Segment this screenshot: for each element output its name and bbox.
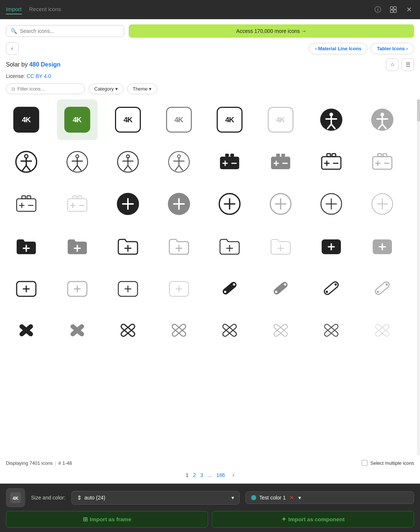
icon-add-circle-outline4[interactable] <box>362 184 403 224</box>
icon-bandaid-cross-outline3[interactable] <box>209 310 250 351</box>
search-input[interactable] <box>20 28 119 34</box>
access-more-button[interactable]: Access 170,000 more icons → <box>129 24 414 38</box>
size-icon: ⇕ <box>77 494 82 501</box>
color-select[interactable]: Test color 1 ✕ ▾ <box>245 491 414 504</box>
icon-sq-add-outline1[interactable] <box>6 268 47 308</box>
svg-point-127 <box>226 284 227 286</box>
svg-rect-151 <box>273 323 288 337</box>
theme-dropdown[interactable]: Theme ▾ <box>127 83 157 94</box>
icon-bandaid-gray1[interactable] <box>260 268 301 308</box>
icon-add-circle-outline1[interactable] <box>209 184 250 224</box>
icon-bandaid-cross-gray[interactable] <box>57 310 98 351</box>
icon-folder-add-outline3[interactable] <box>209 226 250 266</box>
svg-point-131 <box>284 283 286 286</box>
icon-accessibility-outline2[interactable] <box>57 141 98 182</box>
icon-sq-add-outline2[interactable] <box>57 268 98 308</box>
icon-car-battery-dark[interactable] <box>209 141 250 182</box>
icon-car-battery-gray[interactable] <box>260 141 301 182</box>
icon-bandaid-dark1[interactable] <box>209 268 250 308</box>
icon-add-circle-outline2[interactable] <box>260 184 301 224</box>
svg-rect-148 <box>222 323 237 337</box>
select-multiple-checkbox[interactable] <box>362 460 368 466</box>
color-remove-icon[interactable]: ✕ <box>289 495 294 501</box>
category-dropdown[interactable]: Category ▾ <box>89 83 123 94</box>
icon-folder-add-dark[interactable] <box>6 226 47 266</box>
icon-add-circle-gray[interactable] <box>159 184 199 224</box>
icon-bandaid-cross-outline1[interactable] <box>108 310 148 351</box>
icon-4k-green-solid[interactable]: 4K <box>57 99 98 140</box>
prev-set-button[interactable]: ‹ Material Line Icons <box>309 43 368 54</box>
info-icon[interactable]: ⓘ <box>373 4 383 15</box>
icon-folder-add-outline4[interactable] <box>260 226 301 266</box>
back-button[interactable]: ‹ <box>6 42 18 55</box>
svg-point-139 <box>386 283 388 286</box>
scrollbar-thumb[interactable] <box>417 99 420 122</box>
icon-car-battery-outline4[interactable] <box>57 184 98 224</box>
list-view-button[interactable]: ☰ <box>402 58 414 71</box>
icon-bandaid-outline1[interactable] <box>311 268 352 308</box>
icon-folder-add-outline1[interactable] <box>108 226 148 266</box>
page-3[interactable]: 3 <box>200 472 203 478</box>
icon-folder-add-gray[interactable] <box>57 226 98 266</box>
header-tabs: Import Recent icons <box>6 4 373 14</box>
icon-accessibility-outline3[interactable] <box>108 141 148 182</box>
import-component-button[interactable]: ✦ Import as component <box>212 511 414 528</box>
footer: 4K Size and color: ⇕ auto (24) ▾ Test co… <box>0 484 420 532</box>
page-2[interactable]: 2 <box>193 472 196 478</box>
grid-icon[interactable] <box>388 4 399 15</box>
tab-import[interactable]: Import <box>6 4 22 14</box>
page-186[interactable]: 186 <box>216 472 225 478</box>
scrollbar-track[interactable] <box>417 99 420 456</box>
icon-folder-add-sq-gray[interactable] <box>362 226 403 266</box>
icon-folder-add-outline2[interactable] <box>159 226 199 266</box>
size-select[interactable]: ⇕ auto (24) ▾ <box>71 491 240 505</box>
icon-4k-outline-light2[interactable]: 4K <box>260 99 301 140</box>
import-frame-icon: ⊞ <box>83 516 88 523</box>
favorite-button[interactable]: ☆ <box>386 58 399 71</box>
icon-car-battery-outline2[interactable] <box>362 141 403 182</box>
svg-point-29 <box>126 155 129 158</box>
icon-bandaid-cross-dark[interactable] <box>6 310 47 351</box>
icon-bandaid-cross-outline2[interactable] <box>159 310 199 351</box>
next-page-arrow[interactable]: › <box>233 472 234 478</box>
svg-point-130 <box>275 291 277 293</box>
icon-accessibility-outline1[interactable] <box>6 141 47 182</box>
select-multiple-section: Select multiple icons <box>362 460 414 466</box>
tab-recent[interactable]: Recent icons <box>29 4 61 14</box>
icon-car-battery-outline3[interactable] <box>6 184 47 224</box>
icon-4k-outline-gray[interactable]: 4K <box>159 99 199 140</box>
icon-add-circle-outline3[interactable] <box>311 184 352 224</box>
svg-point-23 <box>76 155 79 158</box>
close-icon[interactable]: ✕ <box>404 4 414 15</box>
icon-set-nav: ‹ Material Line Icons Tabler Icons › <box>309 43 414 54</box>
icon-accessibility-dark[interactable] <box>311 99 352 140</box>
color-chevron-icon[interactable]: ▾ <box>298 495 301 501</box>
icon-4k-dark-solid[interactable]: 4K <box>6 99 47 140</box>
icon-folder-add-sq-dark[interactable] <box>311 226 352 266</box>
icon-accessibility-outline4[interactable] <box>159 141 199 182</box>
search-box[interactable]: 🔍 <box>6 25 124 37</box>
icon-sq-add-outline4[interactable] <box>159 268 199 308</box>
icon-bandaid-cross-outline4[interactable] <box>260 310 301 351</box>
svg-rect-145 <box>120 323 135 337</box>
import-frame-button[interactable]: ⊞ Import as frame <box>6 511 208 528</box>
icon-accessibility-gray[interactable] <box>362 99 403 140</box>
icon-bandaid-outline2[interactable] <box>362 268 403 308</box>
designer-link[interactable]: 480 Design <box>29 61 60 68</box>
svg-text:4K: 4K <box>13 496 18 501</box>
filter-input-box[interactable]: ⊟ <box>6 83 85 94</box>
icon-bandaid-cross-outline5[interactable] <box>311 310 352 351</box>
svg-rect-124 <box>221 281 238 296</box>
svg-rect-48 <box>281 154 285 157</box>
icon-sq-add-outline3[interactable] <box>108 268 148 308</box>
icon-4k-outline-light1[interactable]: 4K <box>209 99 250 140</box>
next-set-button[interactable]: Tabler Icons › <box>370 43 414 54</box>
svg-rect-155 <box>375 323 390 337</box>
icon-add-circle-dark[interactable] <box>108 184 148 224</box>
icon-car-battery-outline1[interactable] <box>311 141 352 182</box>
license-link[interactable]: CC BY 4.0 <box>27 73 51 79</box>
icon-4k-outline-dark[interactable]: 4K <box>108 99 148 140</box>
icon-bandaid-cross-outline6[interactable] <box>362 310 403 351</box>
title-row: Solar by 480 Design ☆ ☰ <box>6 58 414 71</box>
filter-input[interactable] <box>17 86 79 92</box>
